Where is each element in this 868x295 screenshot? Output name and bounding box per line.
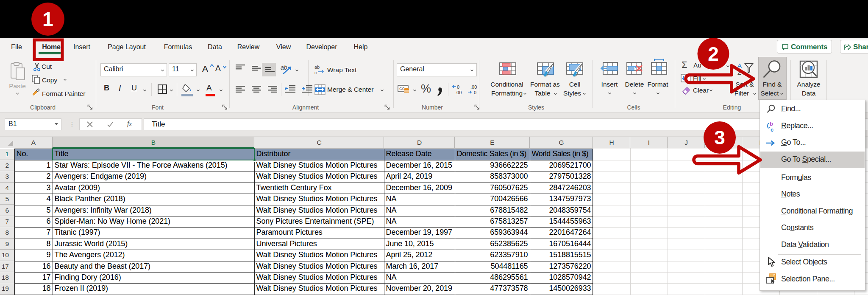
svg-text:2: 2 — [708, 43, 719, 65]
svg-text:1: 1 — [42, 8, 53, 30]
svg-text:3: 3 — [714, 126, 725, 149]
